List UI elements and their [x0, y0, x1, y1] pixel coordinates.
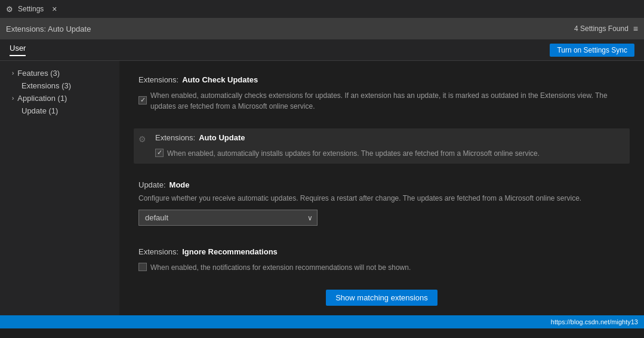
auto-update-description: When enabled, automatically installs upd…: [167, 148, 540, 159]
setting-update-mode: Update: Mode Configure whether you recei…: [134, 176, 630, 231]
dropdown-container: default ∨: [138, 210, 318, 226]
checkbox-ignore-recs-box[interactable]: [138, 263, 147, 271]
checkbox-auto-update[interactable]: ✓ When enabled, automatically installs u…: [155, 146, 540, 159]
sidebar-item-features[interactable]: › Features (3): [0, 67, 119, 79]
search-bar: Extensions: Auto Update 4 Settings Found…: [0, 18, 644, 39]
show-matching-wrap: Show matching extensions: [134, 290, 630, 306]
settings-icon: ⚙: [6, 5, 13, 14]
checkbox-ignore-recs[interactable]: When enabled, the notifications for exte…: [138, 260, 411, 273]
checkbox-auto-check-box[interactable]: ✓: [138, 96, 147, 105]
setting-title-auto-check: Extensions: Auto Check Updates: [138, 75, 625, 84]
filter-button[interactable]: ≡: [633, 24, 638, 33]
status-url: https://blog.csdn.net/mighty13: [551, 318, 638, 325]
sidebar-update-label: Update (1): [21, 106, 58, 115]
update-mode-select[interactable]: default: [138, 210, 318, 226]
tabs-row: User Turn on Settings Sync: [0, 39, 644, 61]
gear-col: ⚙: [138, 133, 150, 144]
chevron-features-icon: ›: [12, 70, 14, 76]
checkbox-row-auto-update: ✓ When enabled, automatically installs u…: [155, 146, 625, 159]
sidebar-item-application[interactable]: › Application (1): [0, 92, 119, 105]
setting-title-ignore-recs: Extensions: Ignore Recommendations: [138, 247, 625, 256]
settings-panel: Extensions: Auto Check Updates ✓ When en…: [119, 61, 644, 315]
setting-title-auto-update: Extensions: Auto Update: [155, 133, 625, 142]
dropdown-wrap: default ∨: [138, 210, 625, 226]
update-mode-description: Configure whether you receive automatic …: [138, 193, 625, 204]
tab-user[interactable]: User: [10, 44, 26, 56]
sidebar-features-label: Features (3): [17, 69, 60, 78]
checkmark-auto-update-icon: ✓: [157, 149, 162, 156]
filter-icon: ≡: [633, 24, 638, 33]
setting-col-auto-update: Extensions: Auto Update ✓ When enabled, …: [155, 133, 625, 159]
checkmark-icon: ✓: [140, 96, 146, 104]
status-bar: https://blog.csdn.net/mighty13: [0, 315, 644, 328]
titlebar: ⚙ Settings ×: [0, 0, 644, 18]
sidebar: › Features (3) Extensions (3) › Applicat…: [0, 61, 119, 315]
checkbox-auto-update-box[interactable]: ✓: [155, 149, 164, 157]
sidebar-extensions-label: Extensions (3): [21, 81, 71, 90]
setting-ignore-recommendations: Extensions: Ignore Recommendations When …: [134, 242, 630, 278]
sidebar-item-extensions[interactable]: Extensions (3): [0, 79, 119, 92]
checkbox-row-auto-check: ✓ When enabled, automatically checks ext…: [138, 88, 625, 112]
setting-title-update-mode: Update: Mode: [138, 180, 625, 189]
titlebar-title: Settings: [18, 5, 44, 13]
setting-auto-update-inner: ⚙ Extensions: Auto Update ✓ When enabled…: [138, 133, 625, 159]
search-meta: 4 Settings Found ≡: [574, 24, 638, 33]
setting-auto-update: ⚙ Extensions: Auto Update ✓ When enabled…: [134, 128, 630, 164]
sidebar-application-label: Application (1): [17, 94, 67, 103]
search-query: Extensions: Auto Update: [6, 24, 574, 33]
ignore-recs-description: When enabled, the notifications for exte…: [150, 262, 411, 273]
sidebar-item-update[interactable]: Update (1): [0, 105, 119, 117]
chevron-application-icon: ›: [12, 95, 14, 102]
setting-auto-check-updates: Extensions: Auto Check Updates ✓ When en…: [134, 70, 630, 116]
close-button[interactable]: ×: [50, 4, 59, 14]
checkbox-row-ignore-recs: When enabled, the notifications for exte…: [138, 260, 625, 273]
gear-icon[interactable]: ⚙: [138, 134, 146, 144]
checkbox-auto-check[interactable]: ✓ When enabled, automatically checks ext…: [138, 88, 625, 112]
sync-button[interactable]: Turn on Settings Sync: [550, 44, 634, 57]
content-area: › Features (3) Extensions (3) › Applicat…: [0, 61, 644, 315]
auto-check-description: When enabled, automatically checks exten…: [150, 90, 625, 112]
settings-found-count: 4 Settings Found: [574, 24, 628, 33]
show-matching-button[interactable]: Show matching extensions: [326, 290, 437, 306]
